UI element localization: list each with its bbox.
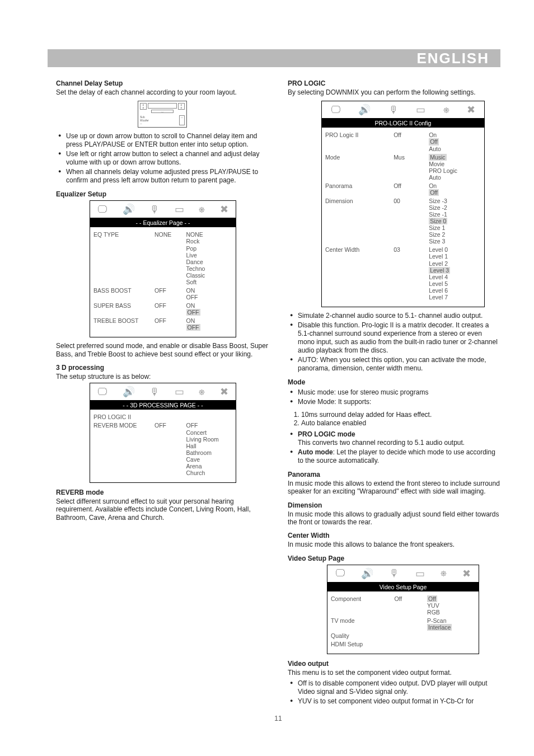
setup-row-options: ONOFF [186, 302, 233, 316]
setup-row: Dimension00Size -3Size -2Size -1Size 0Si… [325, 198, 481, 245]
setup-row-label: SUPER BASS [93, 302, 152, 309]
setup-row: BASS BOOSTOFFONOFF [93, 287, 232, 300]
setup-row: SUPER BASSOFFONOFF [93, 302, 232, 316]
prologic-bullets: Simulate 2-channel audio source to 5.1- … [288, 312, 500, 373]
bullet-item: Off is to disable component video output… [288, 679, 500, 696]
setup-row-value: 00 [394, 198, 427, 204]
setup-row-options: MusicMoviePRO LogicAuto [429, 154, 481, 181]
prologic-box: 🖵 🔊 🎙 ▭ ⎈ ✖ PRO-LOGIC II Config PRO Logi… [321, 101, 485, 307]
room-layout-diagram: oo ◦◦ oo SubWoofer◦◦ ◦◦ [138, 101, 187, 128]
bullet-item: Disable this function. Pro-logic II is a… [288, 321, 500, 355]
mode-heading: Mode [288, 378, 500, 386]
channel-delay-heading: Channel Delay Setup [56, 79, 269, 87]
mode-bullets: Music mode: use for stereo music program… [288, 388, 500, 406]
tab-icon: ✖ [220, 386, 228, 398]
tab-icon: ⎈ [443, 104, 449, 116]
tab-icon: 🖵 [331, 104, 341, 116]
panorama-heading: Panorama [288, 471, 500, 478]
setup-row: REVERB MODEOFFOFFConcertLiving RoomHallB… [93, 422, 232, 476]
setup-row: EQ TYPENONENONERockPopLiveDanceTechnoCla… [93, 231, 232, 285]
left-column: Channel Delay Setup Set the delay of eac… [56, 74, 269, 710]
center-width-heading: Center Width [288, 532, 500, 539]
video-setup-box: 🖵 🔊 🎙 ▭ ⎈ ✖ Video Setup Page ComponentOf… [327, 565, 479, 654]
setup-row-value: OFF [154, 302, 184, 309]
reverb-text: Select different surround effect to suit… [56, 497, 269, 522]
video-output-bullets: Off is to disable component video output… [288, 679, 500, 706]
mode-pro-logic-text: This converts two channel recording to 5… [298, 439, 465, 447]
equalizer-text: Select preferred sound mode, and enable … [56, 342, 269, 358]
setup-row-label: PRO Logic II [325, 132, 391, 138]
center-width-text: In music mode this allows to balance the… [288, 541, 500, 548]
mode-bullets2: PRO LOGIC mode This converts two channel… [288, 430, 500, 465]
equalizer-box-title: - - Equalizer Page - - [90, 218, 236, 227]
setup-row-options: P-ScanInterlace [427, 617, 475, 631]
tab-icon: 🖵 [97, 386, 107, 398]
setup-row-options: OnOffAuto [429, 132, 481, 152]
setup-row-options: NONERockPopLiveDanceTechnoClassicSoft [186, 231, 233, 285]
bullet-item: Music mode: use for stereo music program… [288, 388, 500, 397]
tab-icon: 🎙 [388, 104, 399, 116]
setup-row: ModeMusMusicMoviePRO LogicAuto [325, 154, 481, 181]
header-title: ENGLISH [416, 50, 489, 67]
bullet-item: When all channels delay volume adjusted … [56, 168, 269, 185]
panorama-text: In music mode this allows to extend the … [288, 480, 500, 496]
tab-icon: 🎙 [149, 386, 160, 398]
tab-icon: ⎈ [441, 567, 447, 579]
bullet-item: YUV is to set component video output for… [288, 697, 500, 706]
threeD-heading: 3 D processing [56, 364, 269, 372]
tab-icon: ▭ [175, 386, 184, 398]
setup-row-value: Off [394, 595, 425, 602]
tab-icon: ✖ [220, 203, 228, 215]
tab-icon: 🎙 [149, 204, 160, 215]
setup-row-label: PRO LOGIC II [93, 414, 152, 420]
list-item: Auto balance enabled [301, 419, 500, 427]
setup-row: TV modeP-ScanInterlace [331, 617, 475, 631]
tab-icon: 🔊 [123, 386, 135, 398]
setup-row-label: BASS BOOST [93, 287, 152, 294]
tab-icon: ▭ [416, 104, 425, 116]
setup-row-value: OFF [154, 287, 184, 294]
dimension-text: In music mode this allows to gradually a… [288, 510, 500, 527]
bullet-item: Use left or right arrow button to select… [56, 150, 269, 167]
setup-row: PanoramaOffOnOff [325, 182, 481, 196]
setup-row-options: OffYUVRGB [427, 595, 475, 616]
setup-row: Center Width03Level 0Level 1Level 2Level… [325, 246, 481, 300]
setup-row: HDMI Setup [331, 641, 475, 647]
setup-row-label: EQ TYPE [93, 231, 152, 238]
setup-row-options: Level 0Level 1Level 2Level 3Level 4Level… [429, 246, 481, 300]
tab-icon: ✖ [462, 567, 471, 580]
setup-row-options: Size -3Size -2Size -1Size 0Size 1Size 2S… [429, 198, 481, 245]
setup-row-label: Component [331, 595, 392, 602]
mode-numbers: 10ms surround delay added for Haas effec… [288, 411, 500, 427]
tab-icon: ⎈ [199, 204, 205, 215]
setup-row-value: Off [394, 182, 427, 189]
setup-row-value: Off [394, 132, 427, 138]
mode-pro-logic-label: PRO LOGIC mode [298, 430, 355, 438]
bullet-item: Use up or down arrow button to scroll to… [56, 132, 269, 149]
tab-icon: 🔊 [358, 104, 371, 116]
setup-row-value: Mus [394, 154, 427, 161]
tab-icon: 🎙 [389, 567, 399, 579]
list-item: 10ms surround delay added for Haas effec… [301, 411, 500, 419]
setup-row: ComponentOffOffYUVRGB [331, 595, 475, 616]
setup-row-value: NONE [154, 231, 184, 238]
setup-row-label: Mode [325, 154, 391, 161]
setup-row-label: TV mode [331, 617, 392, 624]
setup-row-options: ONOFF [186, 317, 233, 331]
threeD-intro: The setup structure is as below: [56, 373, 269, 381]
dimension-heading: Dimension [288, 501, 500, 509]
setup-row-value: OFF [154, 422, 184, 429]
video-setup-heading: Video Setup Page [288, 555, 500, 562]
tab-icon: ✖ [467, 104, 475, 116]
setup-row: Quality [331, 632, 475, 639]
setup-row-label: Center Width [325, 246, 391, 253]
equalizer-heading: Equalizer Setup [56, 190, 269, 198]
setup-row-options: OnOff [429, 182, 481, 196]
mode-auto-label: Auto mode [298, 448, 333, 456]
prologic-heading: PRO LOGIC [288, 79, 500, 87]
prologic-intro: By selecting DOWNMIX you can perform the… [288, 88, 500, 96]
threeD-box-title: - - 3D PROCESSING PAGE - - [90, 401, 236, 410]
video-box-title: Video Setup Page [327, 583, 479, 591]
setup-row-label: TREBLE BOOST [93, 317, 152, 324]
setup-row: PRO LOGIC II [93, 414, 232, 420]
